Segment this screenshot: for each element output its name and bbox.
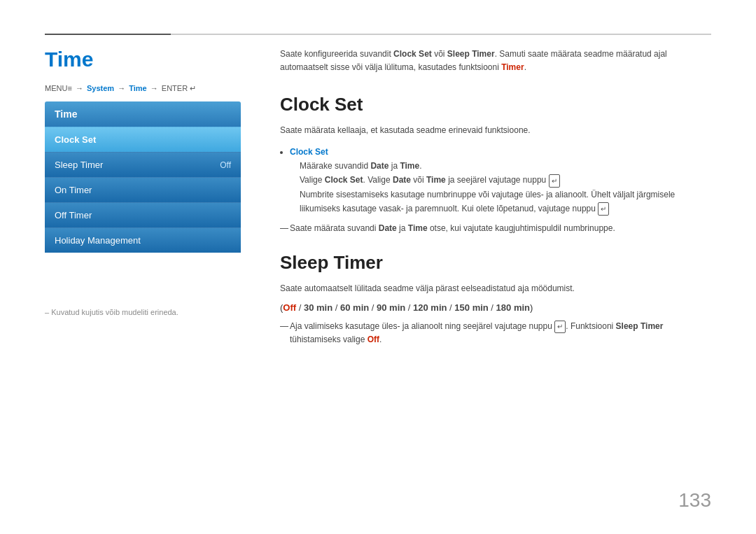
menu-item-holiday-management[interactable]: Holiday Management	[45, 227, 241, 253]
menu-item-on-timer[interactable]: On Timer	[45, 177, 241, 202]
menu-symbol: ≡	[67, 84, 71, 92]
enter-icon-1: ↵	[549, 174, 560, 188]
clock-set-desc: Saate määrata kellaaja, et kasutada sead…	[280, 124, 711, 137]
menu-prefix: MENU	[45, 84, 67, 92]
sleep-timer-desc: Saate automaatselt lülitada seadme välja…	[280, 282, 711, 295]
footnote: – Kuvatud kujutis võib mudeliti erineda.	[45, 308, 178, 316]
menu-time: Time	[129, 84, 146, 92]
section-divider	[280, 235, 711, 252]
menu-enter: ENTER ↵	[162, 84, 196, 92]
clock-set-sub2: Valige Clock Set. Valige Date või Time j…	[300, 173, 711, 187]
clock-set-sub3: Numbrite sisestamiseks kasutage numbrinu…	[300, 188, 711, 216]
intro-timer: Timer	[501, 62, 524, 72]
sleep-option-off: Off	[283, 302, 296, 313]
page-title: Time	[45, 48, 93, 71]
menu-breadcrumb: MENU≡ → System → Time → ENTER ↵	[45, 84, 196, 93]
sleep-off-label: Off	[368, 335, 379, 344]
top-divider-accent	[45, 34, 171, 35]
enter-icon-3: ↵	[554, 321, 566, 333]
left-panel: Time Clock Set Sleep Timer Off On Timer …	[45, 101, 241, 253]
intro-text: Saate konfigureerida suvandit Clock Set …	[280, 48, 711, 74]
panel-header: Time	[45, 101, 241, 127]
page-number: 133	[678, 489, 711, 512]
sleep-timer-note: Aja valimiseks kasutage üles- ja alianoo…	[280, 320, 711, 346]
clock-set-sub1: Määrake suvandid Date ja Time.	[300, 159, 711, 173]
menu-item-clock-set[interactable]: Clock Set	[45, 127, 241, 152]
clock-set-dash-note: Saate määrata suvandi Date ja Time otse,…	[280, 222, 711, 235]
intro-sleep-timer: Sleep Timer	[447, 49, 495, 59]
clock-set-bullets: Clock Set Määrake suvandid Date ja Time.…	[290, 145, 711, 216]
clock-set-title: Clock Set	[280, 94, 711, 115]
sleep-timer-title: Sleep Timer	[280, 252, 711, 274]
menu-item-sleep-timer[interactable]: Sleep Timer Off	[45, 152, 241, 177]
menu-system: System	[87, 84, 114, 92]
intro-clock-set: Clock Set	[393, 49, 432, 59]
clock-set-label: Clock Set	[290, 147, 328, 157]
right-content: Saate konfigureerida suvandit Clock Set …	[280, 48, 711, 349]
enter-icon-2: ↵	[598, 202, 609, 216]
menu-item-off-timer[interactable]: Off Timer	[45, 202, 241, 227]
clock-set-bullet-1: Clock Set Määrake suvandid Date ja Time.…	[290, 145, 711, 216]
footnote-dash: –	[45, 308, 51, 316]
sleep-timer-options: (Off / 30 min / 60 min / 90 min / 120 mi…	[280, 302, 711, 313]
